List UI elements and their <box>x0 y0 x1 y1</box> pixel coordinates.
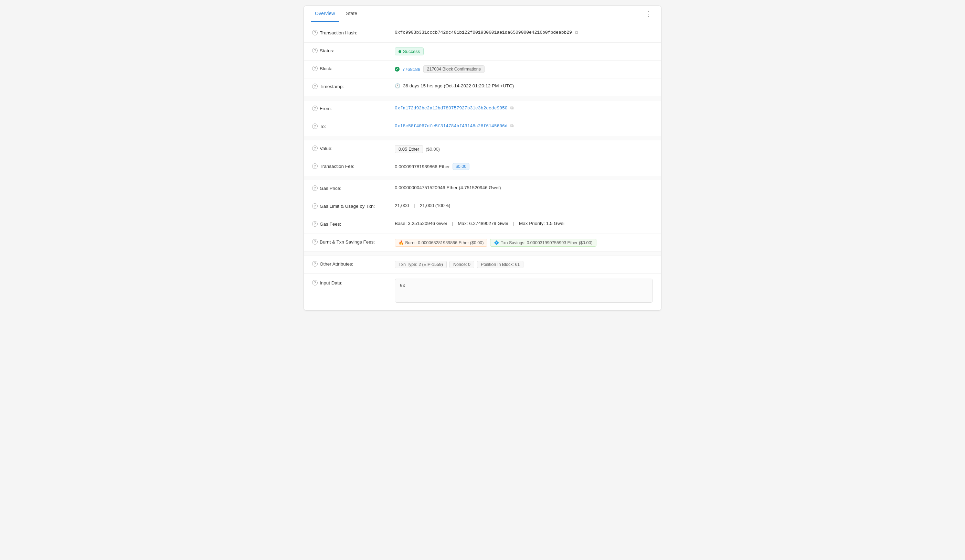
gasfee-divider1: | <box>450 221 455 226</box>
gas-divider: | <box>412 203 417 208</box>
timestamp-row: ? Timestamp: 🕐 36 days 15 hrs ago (Oct-1… <box>304 78 661 96</box>
overview-content: ? Transaction Hash: 0xfc9903b331cccb742d… <box>304 22 661 310</box>
nonce-badge: Nonce: 0 <box>450 261 474 268</box>
input-data-box[interactable]: 0x <box>395 279 653 303</box>
to-label: ? To: <box>312 123 395 129</box>
from-value: 0xfa172d92bc2a12bd780757927b31e3b2cede99… <box>395 105 653 111</box>
gas-base: Base: 3.251520946 Gwei <box>395 221 447 226</box>
input-data-row: ? Input Data: 0x <box>304 274 661 307</box>
gas-fees-label: ? Gas Fees: <box>312 221 395 227</box>
help-icon-from[interactable]: ? <box>312 106 318 111</box>
help-icon-gaslimit[interactable]: ? <box>312 203 318 209</box>
status-label: ? Status: <box>312 47 395 53</box>
gas-price-value: 0.000000004751520946 Ether (4.751520946 … <box>395 185 653 190</box>
gas-limit-row: ? Gas Limit & Usage by Txn: 21,000 | 21,… <box>304 198 661 216</box>
help-icon-block[interactable]: ? <box>312 66 318 71</box>
block-number-link[interactable]: 7768188 <box>402 67 420 72</box>
help-icon-status[interactable]: ? <box>312 48 318 53</box>
input-data-value: 0x <box>395 279 653 303</box>
ether-value-badge: 0.05 Ether <box>395 145 423 153</box>
gas-limit-label: ? Gas Limit & Usage by Txn: <box>312 203 395 209</box>
other-attributes-value: Txn Type: 2 (EIP-1559) Nonce: 0 Position… <box>395 261 653 268</box>
transaction-hash-row: ? Transaction Hash: 0xfc9903b331cccb742d… <box>304 25 661 42</box>
gas-price-label: ? Gas Price: <box>312 185 395 191</box>
tab-overview[interactable]: Overview <box>311 6 339 22</box>
help-icon-gasprice[interactable]: ? <box>312 185 318 191</box>
help-icon-burnt[interactable]: ? <box>312 239 318 245</box>
from-address-link[interactable]: 0xfa172d92bc2a12bd780757927b31e3b2cede99… <box>395 106 508 111</box>
tab-state[interactable]: State <box>342 6 361 22</box>
position-badge: Position In Block: 61 <box>477 261 523 268</box>
to-address-link[interactable]: 0x18c58f4067dfe5f314784bf43148a28f614560… <box>395 124 508 129</box>
status-row: ? Status: Success <box>304 42 661 60</box>
transaction-hash-label: ? Transaction Hash: <box>312 29 395 36</box>
transaction-fee-value: 0.000099781939866 Ether $0.00 <box>395 163 653 170</box>
burnt-fees-value: 🔥 Burnt: 0.000068281939866 Ether ($0.00)… <box>395 239 653 247</box>
from-label: ? From: <box>312 105 395 111</box>
success-dot <box>399 50 401 53</box>
block-check-icon <box>395 67 399 72</box>
block-label: ? Block: <box>312 65 395 71</box>
help-icon-value[interactable]: ? <box>312 145 318 151</box>
gas-price-row: ? Gas Price: 0.000000004751520946 Ether … <box>304 180 661 198</box>
gas-limit-value: 21,000 | 21,000 (100%) <box>395 203 653 208</box>
help-icon-gasfees[interactable]: ? <box>312 221 318 227</box>
help-icon-otherattr[interactable]: ? <box>312 261 318 266</box>
burnt-fees-row: ? Burnt & Txn Savings Fees: 🔥 Burnt: 0.0… <box>304 234 661 252</box>
value-value: 0.05 Ether ($0.00) <box>395 145 653 153</box>
burnt-fees-label: ? Burnt & Txn Savings Fees: <box>312 239 395 245</box>
txn-type-badge: Txn Type: 2 (EIP-1559) <box>395 261 447 268</box>
help-icon-inputdata[interactable]: ? <box>312 280 318 286</box>
tabs-bar: Overview State ⋮ <box>304 6 661 22</box>
copy-to-icon[interactable]: ⧉ <box>510 123 514 129</box>
gas-fees-value: Base: 3.251520946 Gwei | Max: 6.27489027… <box>395 221 653 226</box>
fee-usd-badge: $0.00 <box>453 163 469 170</box>
input-data-label: ? Input Data: <box>312 279 395 286</box>
separator-4 <box>304 252 661 256</box>
status-value: Success <box>395 47 653 56</box>
more-options-icon[interactable]: ⋮ <box>644 7 654 21</box>
gas-limit-amount: 21,000 <box>395 203 409 208</box>
separator-2 <box>304 136 661 140</box>
gasfee-divider2: | <box>511 221 517 226</box>
burnt-badge: 🔥 Burnt: 0.000068281939866 Ether ($0.00) <box>395 239 487 247</box>
timestamp-label: ? Timestamp: <box>312 83 395 89</box>
separator-1 <box>304 96 661 100</box>
from-row: ? From: 0xfa172d92bc2a12bd780757927b31e3… <box>304 100 661 118</box>
block-row: ? Block: 7768188 217034 Block Confirmati… <box>304 60 661 78</box>
gas-max-priority: Max Priority: 1.5 Gwei <box>519 221 564 226</box>
transaction-hash-value: 0xfc9903b331cccb742dc401b122f001930601ae… <box>395 29 653 35</box>
timestamp-value: 🕐 36 days 15 hrs ago (Oct-14-2022 01:20:… <box>395 83 653 88</box>
savings-badge: 💠 Txn Savings: 0.000031990755993 Ether (… <box>490 239 596 247</box>
clock-icon: 🕐 <box>395 83 400 88</box>
block-confirmations-badge: 217034 Block Confirmations <box>423 65 484 73</box>
value-label: ? Value: <box>312 145 395 151</box>
help-icon-txhash[interactable]: ? <box>312 30 318 36</box>
status-badge: Success <box>395 47 424 56</box>
copy-hash-icon[interactable]: ⧉ <box>575 29 578 35</box>
help-icon-txfee[interactable]: ? <box>312 163 318 169</box>
separator-3 <box>304 176 661 180</box>
other-attributes-row: ? Other Attributes: Txn Type: 2 (EIP-155… <box>304 256 661 274</box>
usd-value: ($0.00) <box>426 147 440 152</box>
gas-usage-amount: 21,000 (100%) <box>420 203 450 208</box>
hash-text: 0xfc9903b331cccb742dc401b122f001930601ae… <box>395 30 572 35</box>
to-value: 0x18c58f4067dfe5f314784bf43148a28f614560… <box>395 123 653 129</box>
gas-fees-row: ? Gas Fees: Base: 3.251520946 Gwei | Max… <box>304 216 661 234</box>
to-row: ? To: 0x18c58f4067dfe5f314784bf43148a28f… <box>304 118 661 136</box>
transaction-fee-row: ? Transaction Fee: 0.000099781939866 Eth… <box>304 158 661 176</box>
copy-from-icon[interactable]: ⧉ <box>510 105 514 111</box>
transaction-card: Overview State ⋮ ? Transaction Hash: 0xf… <box>304 5 661 310</box>
help-icon-to[interactable]: ? <box>312 124 318 129</box>
value-row: ? Value: 0.05 Ether ($0.00) <box>304 140 661 158</box>
other-attributes-label: ? Other Attributes: <box>312 261 395 266</box>
gas-max: Max: 6.274890279 Gwei <box>458 221 508 226</box>
help-icon-timestamp[interactable]: ? <box>312 83 318 89</box>
block-value: 7768188 217034 Block Confirmations <box>395 65 653 73</box>
transaction-fee-label: ? Transaction Fee: <box>312 163 395 169</box>
